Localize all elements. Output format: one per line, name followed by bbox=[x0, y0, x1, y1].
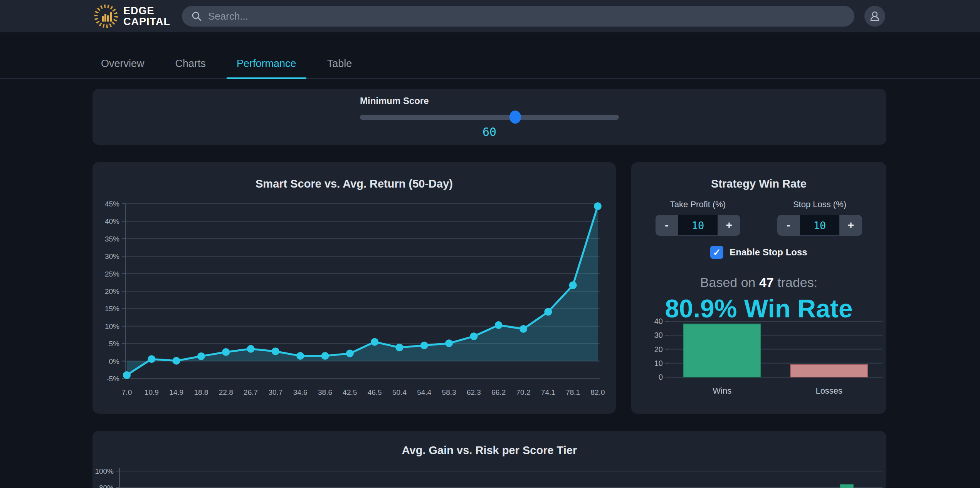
stop-loss-decrement-button[interactable]: - bbox=[777, 215, 800, 236]
line-chart-area bbox=[127, 206, 598, 375]
svg-text:0%: 0% bbox=[109, 357, 120, 366]
svg-text:40: 40 bbox=[654, 317, 663, 325]
svg-text:15%: 15% bbox=[105, 305, 119, 313]
svg-text:62.3: 62.3 bbox=[467, 388, 481, 396]
line-chart-x-labels: 7.010.914.918.822.826.730.734.638.642.54… bbox=[122, 388, 605, 396]
svg-text:5%: 5% bbox=[109, 340, 120, 348]
user-avatar-button[interactable] bbox=[864, 6, 885, 27]
tab-performance[interactable]: Performance bbox=[227, 58, 306, 79]
svg-text:20: 20 bbox=[654, 345, 663, 354]
smart-score-chart-title: Smart Score vs. Avg. Return (50-Day) bbox=[92, 162, 616, 190]
take-profit-increment-button[interactable]: + bbox=[718, 215, 740, 236]
svg-text:22.8: 22.8 bbox=[219, 388, 233, 396]
svg-text:30.7: 30.7 bbox=[268, 388, 282, 396]
svg-text:80%: 80% bbox=[99, 484, 114, 488]
tab-charts[interactable]: Charts bbox=[165, 58, 216, 79]
enable-stop-loss-label[interactable]: Enable Stop Loss bbox=[730, 247, 807, 258]
minimum-score-filter-card: Minimum Score 60 bbox=[92, 89, 886, 145]
gain-vs-risk-chart-title: Avg. Gain vs. Risk per Score Tier bbox=[92, 431, 886, 457]
svg-text:-5%: -5% bbox=[106, 375, 119, 383]
svg-text:74.1: 74.1 bbox=[541, 388, 555, 396]
svg-text:42.5: 42.5 bbox=[343, 388, 357, 396]
svg-text:35%: 35% bbox=[105, 235, 119, 243]
stop-loss-label: Stop Loss (%) bbox=[793, 200, 846, 210]
search-bar[interactable] bbox=[182, 6, 854, 27]
stop-loss-increment-button[interactable]: + bbox=[840, 215, 862, 236]
svg-text:10%: 10% bbox=[105, 322, 119, 330]
tab-bar: Overview Charts Performance Table bbox=[0, 58, 980, 79]
svg-text:Wins: Wins bbox=[713, 386, 731, 396]
gain-risk-axes: 100%80% bbox=[95, 467, 883, 488]
svg-text:26.7: 26.7 bbox=[244, 388, 258, 396]
smart-score-chart-canvas[interactable]: 45%40%35%30%25%20%15%10%5%0%-5%7.010.914… bbox=[92, 162, 616, 414]
svg-text:7.0: 7.0 bbox=[122, 388, 132, 396]
svg-text:40%: 40% bbox=[105, 217, 119, 225]
brand-name: EDGE CAPITAL bbox=[123, 5, 170, 27]
svg-text:14.9: 14.9 bbox=[169, 388, 183, 396]
gain-risk-visible-bar bbox=[840, 485, 853, 488]
take-profit-input[interactable] bbox=[678, 215, 718, 236]
svg-text:82.0: 82.0 bbox=[591, 388, 605, 396]
user-icon bbox=[869, 10, 881, 22]
search-icon bbox=[191, 11, 202, 22]
svg-text:18.8: 18.8 bbox=[194, 388, 208, 396]
svg-text:66.2: 66.2 bbox=[491, 388, 506, 396]
minimum-score-label: Minimum Score bbox=[360, 96, 619, 106]
bar-wins bbox=[684, 324, 761, 377]
gain-vs-risk-card: 100%80% Avg. Gain vs. Risk per Score Tie… bbox=[92, 431, 886, 488]
svg-text:25%: 25% bbox=[105, 270, 119, 278]
minimum-score-slider[interactable] bbox=[360, 115, 619, 120]
stop-loss-input[interactable] bbox=[800, 215, 840, 236]
bar-losses bbox=[790, 364, 867, 377]
svg-text:54.4: 54.4 bbox=[417, 388, 431, 396]
svg-text:70.2: 70.2 bbox=[516, 388, 531, 396]
svg-text:38.6: 38.6 bbox=[318, 388, 332, 396]
svg-text:30%: 30% bbox=[105, 252, 119, 260]
svg-text:10.9: 10.9 bbox=[145, 388, 159, 396]
take-profit-control: Take Profit (%) - + bbox=[656, 200, 740, 236]
svg-text:34.6: 34.6 bbox=[293, 388, 308, 396]
svg-text:50.4: 50.4 bbox=[392, 388, 407, 396]
svg-text:46.5: 46.5 bbox=[368, 388, 382, 396]
take-profit-label: Take Profit (%) bbox=[670, 200, 726, 210]
strategy-win-rate-card: 010203040WinsLosses Strategy Win Rate Ta… bbox=[631, 162, 886, 414]
tab-table[interactable]: Table bbox=[317, 58, 362, 79]
svg-text:58.3: 58.3 bbox=[442, 388, 456, 396]
svg-text:0: 0 bbox=[659, 373, 663, 381]
svg-text:10: 10 bbox=[654, 359, 663, 367]
svg-text:20%: 20% bbox=[105, 287, 119, 295]
win-rate-panel-title: Strategy Win Rate bbox=[631, 162, 886, 190]
search-input[interactable] bbox=[208, 10, 845, 22]
app-header: EDGE CAPITAL bbox=[0, 0, 980, 32]
svg-text:Losses: Losses bbox=[815, 386, 842, 396]
tab-overview[interactable]: Overview bbox=[91, 58, 155, 79]
stop-loss-control: Stop Loss (%) - + bbox=[777, 200, 862, 236]
brand-logo: EDGE CAPITAL bbox=[94, 4, 170, 28]
take-profit-decrement-button[interactable]: - bbox=[656, 215, 678, 236]
svg-text:100%: 100% bbox=[95, 467, 114, 475]
minimum-score-value: 60 bbox=[360, 125, 619, 139]
svg-text:78.1: 78.1 bbox=[566, 388, 580, 396]
smart-score-chart-card: 45%40%35%30%25%20%15%10%5%0%-5%7.010.914… bbox=[92, 162, 616, 414]
slider-thumb[interactable] bbox=[509, 111, 521, 124]
svg-text:45%: 45% bbox=[105, 200, 119, 208]
svg-text:30: 30 bbox=[654, 331, 663, 339]
sunburst-logo-icon bbox=[94, 4, 118, 28]
enable-stop-loss-checkbox[interactable]: ✓ bbox=[710, 246, 723, 259]
